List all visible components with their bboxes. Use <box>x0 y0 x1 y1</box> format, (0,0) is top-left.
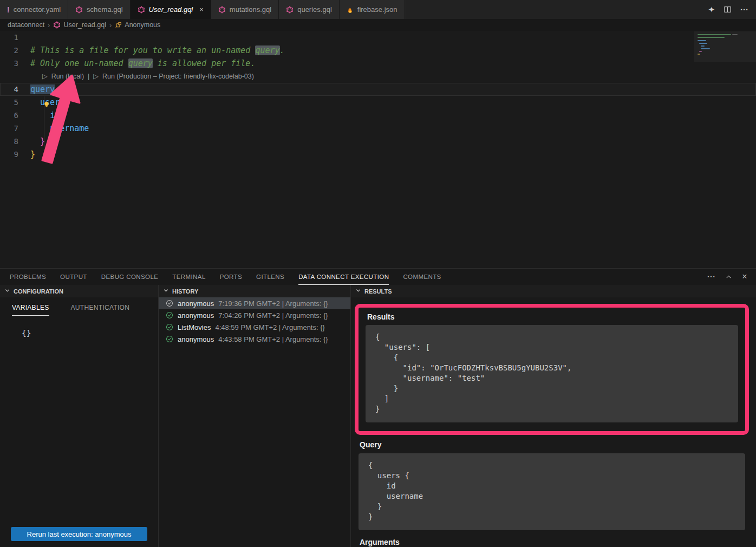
history-entry[interactable]: anonymous7:19:36 PM GMT+2 | Arguments: {… <box>159 297 350 309</box>
ellipsis-icon[interactable]: ··· <box>740 5 748 14</box>
panel-actions: ···× <box>707 269 756 285</box>
run-production-link[interactable]: Run (Production – Project: friendly-flix… <box>102 70 254 83</box>
editor-line[interactable]: 1 <box>0 31 756 44</box>
config-tab-variables[interactable]: VARIABLES <box>12 304 49 316</box>
editor-tab-bar: !connector.yamlschema.gqlUser_read.gql×m… <box>0 0 756 19</box>
breadcrumb-label: Anonymous <box>125 21 160 29</box>
configuration-section: CONFIGURATION VARIABLESAUTHENTICATION {}… <box>0 285 159 547</box>
close-icon[interactable]: × <box>199 5 204 14</box>
code-line: ] <box>375 394 728 404</box>
editor-line[interactable]: 7 username <box>0 122 756 135</box>
panel-tab-bar: PROBLEMSOUTPUTDEBUG CONSOLETERMINALPORTS… <box>0 269 756 285</box>
history-entry-name: anonymous <box>178 335 214 343</box>
ellipsis-icon[interactable]: ··· <box>707 272 715 281</box>
panel-tab-problems[interactable]: PROBLEMS <box>10 269 46 285</box>
results-header[interactable]: RESULTS <box>351 285 756 297</box>
code-text: username <box>30 122 89 135</box>
line-number: 9 <box>0 148 30 161</box>
history-entry-name: anonymous <box>178 311 214 320</box>
code-text: # Only one un-named query is allowed per… <box>30 57 255 70</box>
editor-line[interactable]: 8 } <box>0 135 756 148</box>
line-number: 4 <box>0 83 30 96</box>
panel-tab-debug-console[interactable]: DEBUG CONSOLE <box>101 269 159 285</box>
history-header[interactable]: HISTORY <box>159 285 350 297</box>
close-icon[interactable]: × <box>742 272 747 282</box>
chevron-down-icon <box>163 288 169 295</box>
panel-tab-ports[interactable]: PORTS <box>220 269 242 285</box>
code-line: } <box>368 512 735 522</box>
tab-user-read-gql[interactable]: User_read.gql× <box>131 0 211 19</box>
code-line: users { <box>368 471 735 481</box>
rerun-last-execution-button[interactable]: Rerun last execution: anonymous <box>11 527 147 541</box>
code-line: "username": "test" <box>375 373 728 383</box>
sparkle-icon[interactable]: ✦ <box>708 5 715 15</box>
tab-label: queries.gql <box>297 5 332 14</box>
panel-tab-gitlens[interactable]: GITLENS <box>256 269 284 285</box>
results-label: Results <box>367 312 738 321</box>
chevron-up-icon[interactable] <box>725 274 732 281</box>
minimap-slider[interactable] <box>694 31 756 62</box>
results-section: RESULTS Results { "users": [ { "id": "Or… <box>351 285 756 547</box>
minimap-mark <box>698 37 725 38</box>
panel-tab-comments[interactable]: COMMENTS <box>403 269 441 285</box>
config-tab-authentication[interactable]: AUTHENTICATION <box>71 304 130 316</box>
tab-label: mutations.gql <box>230 5 271 14</box>
code-line: "id": "OrTucFODZHTksvBSBU5gYUBU2S3V", <box>375 363 728 373</box>
minimap-mark <box>699 51 702 52</box>
breadcrumb-item-anonymous[interactable]: Anonymous <box>115 21 160 29</box>
minimap-mark <box>732 34 738 35</box>
yaml-icon: ! <box>7 5 10 14</box>
code-text: # This is a file for you to write an un-… <box>30 44 285 57</box>
breadcrumb-separator: › <box>48 21 50 29</box>
split-editor-icon[interactable] <box>724 5 732 14</box>
editor-line[interactable]: 9} <box>0 148 756 161</box>
tab-mutations-gql[interactable]: mutations.gql <box>211 0 279 19</box>
editor-line[interactable]: 3# Only one un-named query is allowed pe… <box>0 57 756 70</box>
breadcrumb-item-dataconnect[interactable]: dataconnect <box>8 21 44 29</box>
codelens-row: ▷Run (local)|▷Run (Production – Project:… <box>0 70 756 83</box>
configuration-tabs: VARIABLESAUTHENTICATION <box>0 297 158 316</box>
line-number: 3 <box>0 57 30 70</box>
results-content[interactable]: Results { "users": [ { "id": "OrTucFODZH… <box>351 297 756 547</box>
tab-queries-gql[interactable]: queries.gql <box>279 0 340 19</box>
code-editor[interactable]: 12# This is a file for you to write an u… <box>0 31 756 268</box>
line-number: 5 <box>0 96 30 109</box>
tab-schema-gql[interactable]: schema.gql <box>68 0 130 19</box>
bottom-panel: PROBLEMSOUTPUTDEBUG CONSOLETERMINALPORTS… <box>0 268 756 547</box>
line-number: 1 <box>0 31 30 44</box>
tab-connector-yaml[interactable]: !connector.yaml <box>0 0 68 19</box>
panel-tab-output[interactable]: OUTPUT <box>60 269 87 285</box>
history-entry-meta: 4:43:58 PM GMT+2 | Arguments: {} <box>218 335 328 343</box>
editor-line[interactable]: 5 users{ <box>0 96 756 109</box>
code-line: "users": [ <box>375 342 728 353</box>
configuration-header[interactable]: CONFIGURATION <box>0 285 158 297</box>
editor-tabs: !connector.yamlschema.gqlUser_read.gql×m… <box>0 0 405 19</box>
chevron-down-icon <box>355 288 361 295</box>
history-entry[interactable]: ListMovies4:48:59 PM GMT+2 | Arguments: … <box>159 321 350 333</box>
panel-tab-data-connect-execution[interactable]: DATA CONNECT EXECUTION <box>298 269 389 285</box>
query-label: Query <box>360 440 745 449</box>
editor-line[interactable]: 6 id <box>0 109 756 122</box>
check-circle-icon <box>166 323 173 331</box>
breadcrumb-item-user-read-gql[interactable]: User_read.gql <box>53 21 106 29</box>
history-entry-meta: 7:19:36 PM GMT+2 | Arguments: {} <box>218 299 328 308</box>
panel-tab-terminal[interactable]: TERMINAL <box>172 269 205 285</box>
chevron-down-icon <box>4 288 10 295</box>
tab-firebase-json[interactable]: firebase.json <box>340 0 405 19</box>
history-entry[interactable]: anonymous4:43:58 PM GMT+2 | Arguments: {… <box>159 333 350 345</box>
graphql-icon <box>138 6 145 14</box>
symbol-anonymous-icon <box>115 22 122 29</box>
code-line: { <box>368 460 735 471</box>
run-icon: ▷ <box>42 70 48 83</box>
editor-line[interactable]: 4query { <box>0 83 756 96</box>
minimap-mark <box>699 43 707 44</box>
variables-value[interactable]: {} <box>22 329 158 337</box>
history-entry[interactable]: anonymous7:04:26 PM GMT+2 | Arguments: {… <box>159 309 350 321</box>
run-local-link[interactable]: Run (local) <box>51 70 84 83</box>
tab-label: User_read.gql <box>149 5 193 14</box>
editor-line[interactable]: 2# This is a file for you to write an un… <box>0 44 756 57</box>
code-line: { <box>375 332 728 342</box>
codelens-separator: | <box>88 70 89 83</box>
minimap[interactable] <box>694 31 756 161</box>
breadcrumb-label: User_read.gql <box>63 21 106 29</box>
